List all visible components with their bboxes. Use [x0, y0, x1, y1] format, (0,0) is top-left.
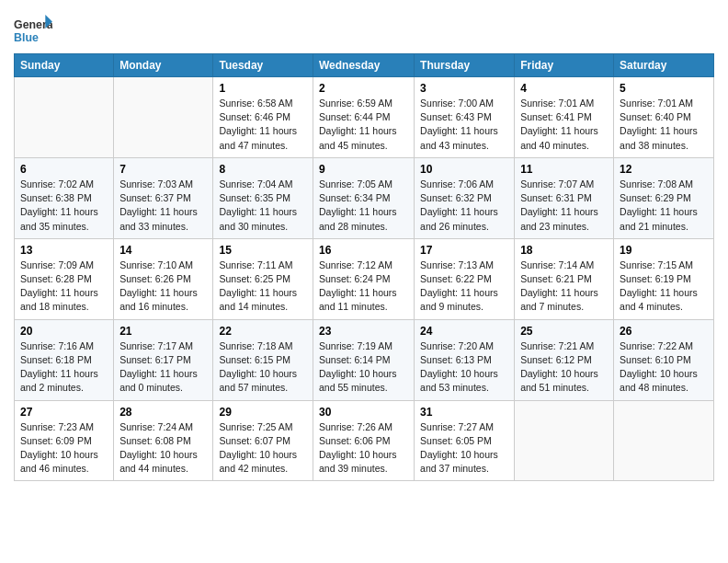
sunrise-text: Sunrise: 7:13 AM — [420, 259, 508, 272]
sunrise-text: Sunrise: 7:26 AM — [319, 420, 408, 434]
sunset-text: Sunset: 6:18 PM — [20, 353, 108, 367]
sunset-text: Sunset: 6:06 PM — [319, 434, 408, 448]
day-number: 10 — [420, 163, 508, 176]
day-number: 5 — [620, 82, 708, 95]
sunset-text: Sunset: 6:09 PM — [20, 434, 108, 448]
daylight-text: Daylight: 11 hours and 23 minutes. — [520, 205, 608, 233]
day-number: 17 — [420, 244, 508, 257]
sunset-text: Sunset: 6:34 PM — [319, 191, 408, 205]
day-number: 13 — [20, 244, 108, 257]
daylight-text: Daylight: 11 hours and 18 minutes. — [20, 286, 108, 314]
calendar-cell: 6 Sunrise: 7:02 AM Sunset: 6:38 PM Dayli… — [15, 157, 114, 238]
calendar-cell: 5 Sunrise: 7:01 AM Sunset: 6:40 PM Dayli… — [614, 77, 714, 158]
daylight-text: Daylight: 11 hours and 40 minutes. — [520, 124, 608, 152]
sunset-text: Sunset: 6:22 PM — [420, 272, 508, 286]
day-number: 11 — [520, 163, 608, 176]
calendar-cell: 25 Sunrise: 7:21 AM Sunset: 6:12 PM Dayl… — [515, 319, 614, 400]
day-number: 22 — [219, 325, 307, 338]
calendar-cell: 24 Sunrise: 7:20 AM Sunset: 6:13 PM Dayl… — [415, 319, 515, 400]
sunrise-text: Sunrise: 7:08 AM — [620, 178, 708, 191]
calendar-cell: 27 Sunrise: 7:23 AM Sunset: 6:09 PM Dayl… — [15, 400, 114, 481]
calendar-cell — [15, 77, 114, 158]
sunrise-text: Sunrise: 7:01 AM — [620, 97, 708, 110]
calendar-week-3: 13 Sunrise: 7:09 AM Sunset: 6:28 PM Dayl… — [15, 238, 714, 319]
calendar-cell: 7 Sunrise: 7:03 AM Sunset: 6:37 PM Dayli… — [114, 157, 213, 238]
daylight-text: Daylight: 11 hours and 26 minutes. — [420, 205, 508, 233]
sunrise-text: Sunrise: 7:12 AM — [319, 259, 408, 272]
daylight-text: Daylight: 11 hours and 28 minutes. — [319, 205, 408, 233]
daylight-text: Daylight: 11 hours and 9 minutes. — [420, 286, 508, 314]
daylight-text: Daylight: 11 hours and 11 minutes. — [319, 286, 408, 314]
sunset-text: Sunset: 6:26 PM — [119, 272, 207, 286]
daylight-text: Daylight: 11 hours and 45 minutes. — [319, 124, 408, 152]
daylight-text: Daylight: 10 hours and 44 minutes. — [119, 448, 207, 476]
sunset-text: Sunset: 6:08 PM — [119, 434, 207, 448]
sunset-text: Sunset: 6:29 PM — [620, 191, 708, 205]
sunrise-text: Sunrise: 7:01 AM — [520, 97, 608, 110]
calendar-cell — [114, 77, 213, 158]
calendar-cell: 16 Sunrise: 7:12 AM Sunset: 6:24 PM Dayl… — [313, 238, 414, 319]
calendar-cell: 19 Sunrise: 7:15 AM Sunset: 6:19 PM Dayl… — [614, 238, 714, 319]
calendar-cell — [515, 400, 614, 481]
sunrise-text: Sunrise: 7:09 AM — [20, 259, 108, 272]
calendar-cell: 23 Sunrise: 7:19 AM Sunset: 6:14 PM Dayl… — [313, 319, 414, 400]
sunrise-text: Sunrise: 7:27 AM — [420, 420, 508, 434]
sunset-text: Sunset: 6:46 PM — [219, 110, 307, 124]
calendar-cell: 9 Sunrise: 7:05 AM Sunset: 6:34 PM Dayli… — [313, 157, 414, 238]
daylight-text: Daylight: 10 hours and 55 minutes. — [319, 367, 408, 395]
day-number: 4 — [520, 82, 608, 95]
sunset-text: Sunset: 6:15 PM — [219, 353, 307, 367]
calendar-cell: 4 Sunrise: 7:01 AM Sunset: 6:41 PM Dayli… — [515, 77, 614, 158]
calendar-cell: 11 Sunrise: 7:07 AM Sunset: 6:31 PM Dayl… — [515, 157, 614, 238]
sunrise-text: Sunrise: 7:07 AM — [520, 178, 608, 191]
sunrise-text: Sunrise: 7:05 AM — [319, 178, 408, 191]
sunset-text: Sunset: 6:44 PM — [319, 110, 408, 124]
calendar-week-4: 20 Sunrise: 7:16 AM Sunset: 6:18 PM Dayl… — [15, 319, 714, 400]
col-header-monday: Monday — [114, 54, 213, 77]
day-number: 7 — [119, 163, 207, 176]
calendar-week-1: 1 Sunrise: 6:58 AM Sunset: 6:46 PM Dayli… — [15, 77, 714, 158]
sunset-text: Sunset: 6:25 PM — [219, 272, 307, 286]
day-number: 12 — [620, 163, 708, 176]
day-number: 25 — [520, 325, 608, 338]
sunrise-text: Sunrise: 7:25 AM — [219, 420, 307, 434]
daylight-text: Daylight: 11 hours and 16 minutes. — [119, 286, 207, 314]
sunrise-text: Sunrise: 7:06 AM — [420, 178, 508, 191]
calendar-cell: 14 Sunrise: 7:10 AM Sunset: 6:26 PM Dayl… — [114, 238, 213, 319]
sunrise-text: Sunrise: 7:17 AM — [119, 339, 207, 353]
sunrise-text: Sunrise: 7:14 AM — [520, 259, 608, 272]
daylight-text: Daylight: 11 hours and 38 minutes. — [620, 124, 708, 152]
svg-text:Blue: Blue — [14, 31, 39, 44]
sunset-text: Sunset: 6:43 PM — [420, 110, 508, 124]
sunset-text: Sunset: 6:31 PM — [520, 191, 608, 205]
sunset-text: Sunset: 6:12 PM — [520, 353, 608, 367]
sunset-text: Sunset: 6:05 PM — [420, 434, 508, 448]
sunrise-text: Sunrise: 7:23 AM — [20, 420, 108, 434]
daylight-text: Daylight: 10 hours and 51 minutes. — [520, 367, 608, 395]
calendar-table: SundayMondayTuesdayWednesdayThursdayFrid… — [14, 53, 714, 481]
sunset-text: Sunset: 6:13 PM — [420, 353, 508, 367]
col-header-friday: Friday — [515, 54, 614, 77]
sunset-text: Sunset: 6:24 PM — [319, 272, 408, 286]
sunset-text: Sunset: 6:10 PM — [620, 353, 708, 367]
sunrise-text: Sunrise: 7:04 AM — [219, 178, 307, 191]
sunrise-text: Sunrise: 7:10 AM — [119, 259, 207, 272]
sunrise-text: Sunrise: 7:24 AM — [119, 420, 207, 434]
calendar-cell: 22 Sunrise: 7:18 AM Sunset: 6:15 PM Dayl… — [213, 319, 313, 400]
logo: General Blue — [14, 13, 54, 48]
sunset-text: Sunset: 6:38 PM — [20, 191, 108, 205]
sunrise-text: Sunrise: 7:02 AM — [20, 178, 108, 191]
sunset-text: Sunset: 6:37 PM — [119, 191, 207, 205]
daylight-text: Daylight: 11 hours and 4 minutes. — [620, 286, 708, 314]
sunset-text: Sunset: 6:07 PM — [219, 434, 307, 448]
col-header-sunday: Sunday — [15, 54, 114, 77]
day-number: 19 — [620, 244, 708, 257]
calendar-cell: 18 Sunrise: 7:14 AM Sunset: 6:21 PM Dayl… — [515, 238, 614, 319]
daylight-text: Daylight: 10 hours and 48 minutes. — [620, 367, 708, 395]
day-number: 18 — [520, 244, 608, 257]
sunset-text: Sunset: 6:17 PM — [119, 353, 207, 367]
sunrise-text: Sunrise: 6:59 AM — [319, 97, 408, 110]
calendar-cell: 28 Sunrise: 7:24 AM Sunset: 6:08 PM Dayl… — [114, 400, 213, 481]
calendar-cell: 26 Sunrise: 7:22 AM Sunset: 6:10 PM Dayl… — [614, 319, 714, 400]
daylight-text: Daylight: 11 hours and 14 minutes. — [219, 286, 307, 314]
